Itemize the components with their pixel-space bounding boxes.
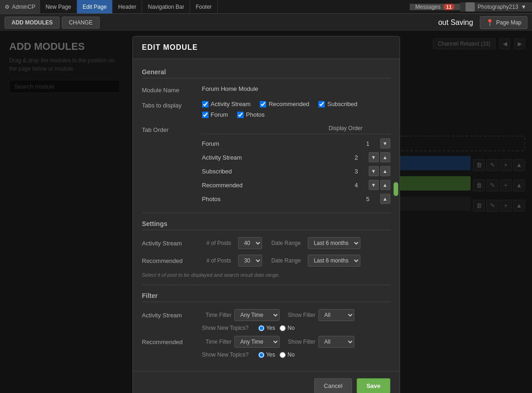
activity-date-range-label: Date Range <box>271 240 301 246</box>
tab-order-forum-btns: ▼ <box>380 138 390 149</box>
recommended-filter-label: Recommended <box>142 339 202 345</box>
admin-cp-button[interactable]: ⚙ AdminCP <box>0 0 40 13</box>
tab-order-row: Tab Order Display Order Forum 1 <box>142 125 390 206</box>
top-navigation: ⚙ AdminCP New Page Edit Page Header Navi… <box>0 0 532 14</box>
recommended-time-filter-label: Time Filter <box>206 339 232 345</box>
tab-order-subscribed: Subscribed 3 ▼ ▲ <box>202 164 390 178</box>
main-area: ADD MODULES Drag & drop the modules to t… <box>0 31 532 393</box>
nav-header[interactable]: Header <box>113 0 142 13</box>
module-name-row: Module Name Forum Home Module <box>142 85 390 94</box>
tab-order-recommended: Recommended 4 ▼ ▲ <box>202 178 390 192</box>
tabs-display-row: Tabs to display Activity Stream Recommen… <box>142 101 390 118</box>
recommended-posts-label: # of Posts <box>207 257 231 264</box>
activity-no-radio[interactable]: No <box>280 325 294 331</box>
activity-new-topics-row: Show New Topics? Yes No <box>142 325 390 331</box>
tab-recommended-checkbox[interactable] <box>260 101 266 107</box>
tab-activity-stream[interactable]: Activity Stream <box>202 101 251 107</box>
recommended-show-new-topics-label: Show New Topics? <box>202 351 249 358</box>
activity-down-btn[interactable]: ▼ <box>369 152 379 162</box>
settings-divider <box>142 285 390 285</box>
nav-edit-page[interactable]: Edit Page <box>77 0 113 13</box>
forum-down-btn[interactable]: ▼ <box>380 138 390 149</box>
tab-subscribed-checkbox[interactable] <box>318 101 325 107</box>
module-name-label: Module Name <box>142 85 202 94</box>
recommended-yes-radio-input[interactable] <box>258 352 264 358</box>
modal-scroll-handle[interactable] <box>394 182 398 196</box>
message-badge: 11 <box>443 4 454 10</box>
activity-time-filter-select[interactable]: Any Time Last week Last month <box>234 309 280 321</box>
user-name: Photography213 <box>478 4 518 10</box>
modal-body: General Module Name Forum Home Module Ta… <box>133 59 400 371</box>
recommended-yes-radio[interactable]: Yes <box>258 351 275 358</box>
activity-no-radio-input[interactable] <box>280 325 286 331</box>
top-nav-right: Messages 11 Photography213 ▼ <box>410 2 532 12</box>
tab-order-label: Tab Order <box>142 125 202 133</box>
recommended-no-radio[interactable]: No <box>280 351 294 358</box>
modal-overlay: EDIT MODULE General Module Name Forum Ho… <box>0 31 532 393</box>
tab-order-subscribed-btns: ▼ ▲ <box>369 166 390 176</box>
change-button[interactable]: CHANGE <box>62 17 99 29</box>
subscribed-down-btn[interactable]: ▼ <box>369 166 379 176</box>
tab-activity-stream-checkbox[interactable] <box>202 101 209 107</box>
nav-navigation-bar[interactable]: Navigation Bar <box>142 0 190 13</box>
activity-posts-select[interactable]: 40 20 30 50 <box>238 237 262 249</box>
activity-show-filter-select[interactable]: All Read Unread <box>318 309 354 321</box>
subscribed-up-btn[interactable]: ▲ <box>380 166 390 176</box>
module-name-value: Forum Home Module <box>202 85 258 92</box>
recommended-date-range-select[interactable]: Last 6 months Last month Last year <box>308 255 360 267</box>
location-icon: 📍 <box>486 19 494 26</box>
activity-yes-radio-input[interactable] <box>258 325 264 331</box>
recommended-up-btn[interactable]: ▲ <box>380 180 390 190</box>
tab-order-photos-btns: ▲ <box>380 194 390 204</box>
nav-new-page[interactable]: New Page <box>40 0 77 13</box>
nav-footer[interactable]: Footer <box>190 0 218 13</box>
messages-button[interactable]: Messages 11 <box>410 4 460 10</box>
tab-forum[interactable]: Forum <box>202 111 228 118</box>
tab-subscribed[interactable]: Subscribed <box>318 101 357 107</box>
user-button[interactable]: Photography213 ▼ <box>460 2 532 12</box>
recommended-time-filter-select[interactable]: Any Time Last week Last month <box>234 336 280 348</box>
admin-label: AdminCP <box>12 4 36 10</box>
recommended-new-topics-radio-group: Yes No <box>258 351 295 358</box>
modal-header: EDIT MODULE <box>133 36 400 59</box>
recommended-settings-label: Recommended <box>142 257 202 264</box>
activity-show-filter-group: Show Filter All Read Unread <box>288 309 354 321</box>
recommended-no-radio-input[interactable] <box>280 352 286 358</box>
activity-up-btn[interactable]: ▲ <box>380 152 390 162</box>
recommended-posts-select[interactable]: 30 20 40 50 <box>238 255 262 267</box>
activity-new-topics-radio-group: Yes No <box>258 325 295 331</box>
messages-label: Messages <box>415 4 441 10</box>
save-button[interactable]: Save <box>357 378 390 393</box>
activity-time-filter-label: Time Filter <box>206 312 232 318</box>
activity-yes-radio[interactable]: Yes <box>258 325 275 331</box>
modal-title: EDIT MODULE <box>142 43 390 52</box>
cancel-button[interactable]: Cancel <box>314 378 352 393</box>
recommended-show-filter-select[interactable]: All Read Unread <box>318 336 354 348</box>
activity-filter-row: Activity Stream Time Filter Any Time Las… <box>142 309 390 321</box>
activity-stream-settings-label: Activity Stream <box>142 240 202 247</box>
tab-order-activity-name: Activity Stream <box>202 154 355 161</box>
tab-photos-checkbox[interactable] <box>237 112 244 118</box>
recommended-filter-row: Recommended Time Filter Any Time Last we… <box>142 336 390 348</box>
tab-order-forum-name: Forum <box>202 140 366 147</box>
settings-hint: Select # of post to be displayed and sea… <box>142 272 390 278</box>
tab-order-photos-name: Photos <box>202 196 366 202</box>
tabs-checkbox-group: Activity Stream Recommended Subscribed <box>202 101 390 118</box>
filter-section-label: Filter <box>142 292 390 302</box>
tab-forum-checkbox[interactable] <box>202 112 209 118</box>
tab-photos[interactable]: Photos <box>237 111 264 118</box>
tab-order-content: Display Order Forum 1 ▼ <box>202 125 390 206</box>
display-order-header: Display Order <box>329 125 362 131</box>
tab-order-recommended-num: 4 <box>355 182 369 189</box>
recommended-down-btn[interactable]: ▼ <box>369 180 379 190</box>
tab-recommended[interactable]: Recommended <box>260 101 309 107</box>
recommended-show-filter-label: Show Filter <box>288 339 316 345</box>
activity-date-range-select[interactable]: Last 6 months Last month Last year <box>308 237 360 249</box>
photos-up-btn[interactable]: ▲ <box>380 194 390 204</box>
without-saving-text: out Saving <box>438 18 473 27</box>
page-map-button[interactable]: 📍 Page Map <box>480 16 527 29</box>
add-modules-button[interactable]: ADD MODULES <box>5 17 60 29</box>
activity-posts-label: # of Posts <box>207 240 231 246</box>
tab-order-forum-num: 1 <box>366 140 380 147</box>
tab-order-photos: Photos 5 ▲ <box>202 192 390 206</box>
